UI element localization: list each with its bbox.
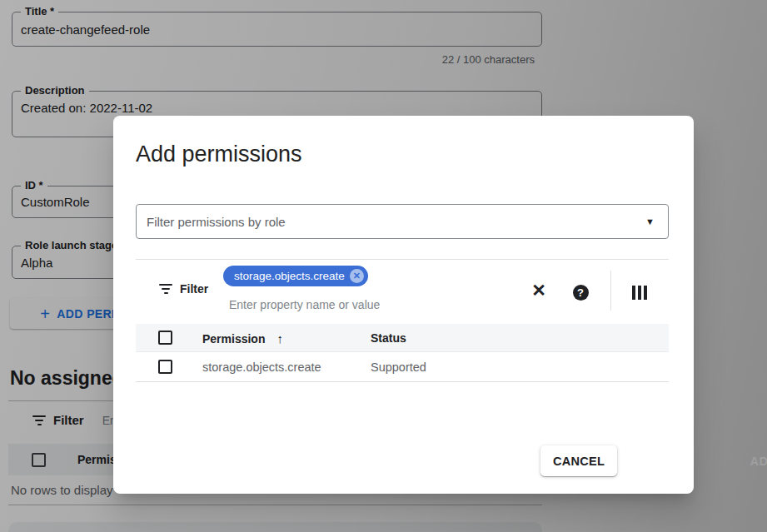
cancel-button[interactable]: CANCEL: [540, 445, 617, 476]
chip-remove-icon[interactable]: ✕: [350, 269, 364, 283]
close-icon: ✕: [531, 281, 546, 301]
permission-column-header[interactable]: Permission↑: [202, 331, 283, 346]
add-permissions-dialog: Add permissions Filter permissions by ro…: [113, 116, 694, 494]
table-row[interactable]: storage.objects.create Supported: [136, 353, 669, 382]
modal-filter-bar: Filter: [158, 282, 208, 296]
filter-chip[interactable]: storage.objects.create ✕: [223, 266, 368, 286]
chevron-down-icon: ▼: [645, 216, 655, 226]
modal-filter-input[interactable]: Enter property name or value: [229, 298, 380, 311]
clear-filters-button[interactable]: ✕: [527, 279, 550, 302]
filter-chip-text: storage.objects.create: [234, 270, 345, 282]
role-filter-select[interactable]: Filter permissions by role ▼: [136, 204, 669, 239]
status-column-header[interactable]: Status: [371, 331, 406, 345]
modal-filter-label: Filter: [180, 282, 208, 296]
divider: [136, 259, 669, 260]
filter-help-button[interactable]: ?: [569, 281, 592, 304]
create-role-page: Title * create-changefeed-role 22 / 100 …: [0, 0, 767, 532]
modal-table-header: Permission↑ Status: [136, 324, 669, 352]
dialog-title: Add permissions: [136, 142, 302, 167]
permission-column-label: Permission: [202, 332, 265, 346]
row-status-cell: Supported: [371, 360, 426, 374]
select-all-checkbox[interactable]: [158, 331, 172, 345]
column-display-button[interactable]: [628, 281, 651, 304]
row-checkbox[interactable]: [158, 360, 172, 374]
columns-icon: [632, 286, 647, 300]
sort-ascending-icon: ↑: [276, 331, 283, 346]
divider: [610, 271, 611, 311]
add-button[interactable]: ADD: [740, 445, 767, 476]
help-icon: ?: [573, 285, 589, 301]
filter-icon: [158, 284, 173, 294]
role-filter-placeholder: Filter permissions by role: [137, 215, 286, 229]
row-permission-cell: storage.objects.create: [202, 360, 321, 374]
